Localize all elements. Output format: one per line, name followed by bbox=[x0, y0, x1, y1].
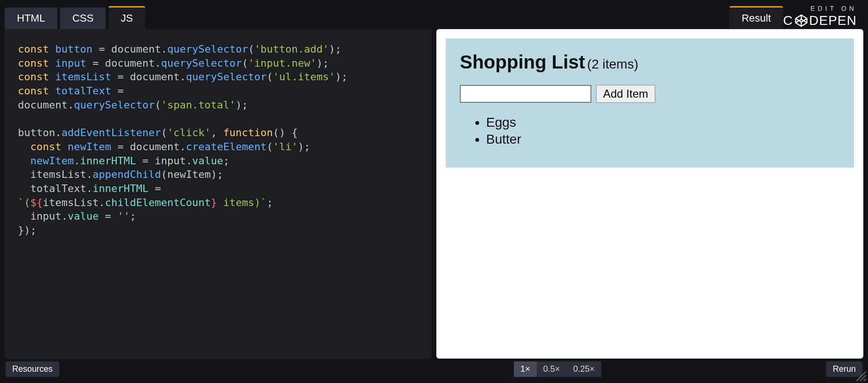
code-panel: const button = document.querySelector('b… bbox=[5, 29, 432, 359]
shopping-app: Shopping List (2 items) Add Item Eggs Bu… bbox=[446, 38, 854, 168]
codepen-icon bbox=[794, 14, 808, 28]
bottom-bar: Resources 1× 0.5× 0.25× Rerun bbox=[0, 359, 868, 383]
zoom-0-5x[interactable]: 0.5× bbox=[537, 361, 567, 377]
list-item: Eggs bbox=[486, 115, 840, 130]
tab-bar: HTML CSS JS Result EDIT ON C DEPEN bbox=[0, 0, 868, 29]
result-panel: Shopping List (2 items) Add Item Eggs Bu… bbox=[436, 29, 863, 359]
js-code-editor[interactable]: const button = document.querySelector('b… bbox=[5, 29, 432, 359]
svg-line-5 bbox=[864, 379, 866, 381]
codepen-logo: C DEPEN bbox=[783, 13, 857, 28]
codepen-brand[interactable]: EDIT ON C DEPEN bbox=[783, 4, 863, 29]
shopping-heading: Shopping List bbox=[460, 52, 585, 72]
new-item-input[interactable] bbox=[460, 85, 591, 103]
tab-css[interactable]: CSS bbox=[60, 8, 106, 29]
tab-js[interactable]: JS bbox=[108, 6, 145, 29]
item-count-value: (2 items) bbox=[587, 57, 638, 71]
tab-result[interactable]: Result bbox=[729, 6, 783, 29]
resources-button[interactable]: Resources bbox=[6, 361, 59, 377]
resize-grip-icon[interactable] bbox=[854, 369, 866, 381]
tab-html[interactable]: HTML bbox=[5, 8, 57, 29]
zoom-0-25x[interactable]: 0.25× bbox=[566, 361, 601, 377]
zoom-1x[interactable]: 1× bbox=[514, 361, 537, 377]
items-list: Eggs Butter bbox=[460, 115, 840, 147]
add-item-button[interactable]: Add Item bbox=[596, 85, 655, 103]
list-item: Butter bbox=[486, 132, 840, 147]
zoom-controls: 1× 0.5× 0.25× bbox=[514, 361, 601, 377]
edit-on-label: EDIT ON bbox=[810, 5, 857, 12]
